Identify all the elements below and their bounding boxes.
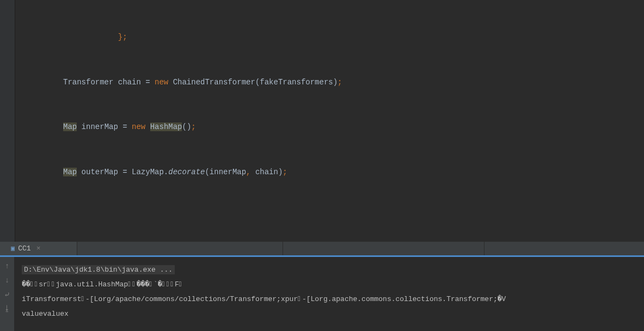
scroll-down-icon[interactable]: ↓ bbox=[2, 275, 12, 285]
code-text: chain) bbox=[251, 168, 283, 176]
class-hashmap: HashMap bbox=[150, 122, 182, 131]
code-text: Transformer chain = bbox=[63, 78, 155, 87]
run-tab-slot-2[interactable] bbox=[77, 242, 283, 255]
code-text: ChainedTransformer(fakeTransformers) bbox=[168, 78, 338, 87]
scroll-up-icon[interactable]: ↑ bbox=[2, 261, 12, 271]
semicolon: ; bbox=[338, 78, 342, 87]
code-text: () bbox=[182, 122, 191, 131]
console-toolbar: ↑ ↓ ⤶ ⭳ bbox=[0, 257, 14, 331]
code-text: (innerMap bbox=[205, 168, 246, 176]
method-decorate: decorate bbox=[168, 168, 205, 176]
console-exec-path: D:\Env\Java\jdk1.8\bin\java.exe ... bbox=[22, 265, 175, 274]
run-tab-bar: ▣ CC1 × bbox=[0, 242, 644, 257]
scroll-to-end-icon[interactable]: ⭳ bbox=[2, 304, 12, 314]
comma: , bbox=[246, 168, 250, 176]
close-icon[interactable]: × bbox=[36, 244, 41, 253]
type-map: Map bbox=[63, 168, 77, 176]
code-text: outerMap = LazyMap. bbox=[77, 168, 168, 176]
console-output[interactable]: D:\Env\Java\jdk1.8\bin\java.exe ... ��  … bbox=[14, 257, 644, 331]
semicolon: ; bbox=[283, 168, 287, 176]
run-tab-slot-3[interactable] bbox=[283, 242, 484, 255]
code-text: }; bbox=[118, 33, 127, 41]
console-line: valuevaluex bbox=[22, 310, 69, 318]
run-panel: ▣ CC1 × ↑ ↓ ⤶ ⭳ D:\Env\Java\jdk1.8\bin\j… bbox=[0, 242, 644, 331]
code-text: innerMap = bbox=[77, 122, 132, 131]
code-area[interactable]: }; Transformer chain = new ChainedTransf… bbox=[15, 0, 644, 242]
console-line: ��  sr  java.util.HashMap  ��� `�   F  bbox=[22, 280, 183, 289]
soft-wrap-icon[interactable]: ⤶ bbox=[2, 290, 12, 299]
editor-gutter bbox=[0, 0, 15, 242]
keyword-new: new bbox=[132, 122, 145, 131]
console-body: ↑ ↓ ⤶ ⭳ D:\Env\Java\jdk1.8\bin\java.exe … bbox=[0, 257, 644, 331]
run-tab-label: CC1 bbox=[18, 244, 30, 253]
type-map: Map bbox=[63, 122, 77, 131]
editor-area: }; Transformer chain = new ChainedTransf… bbox=[0, 0, 644, 242]
console-line: iTransformerst -[Lorg/apache/commons/col… bbox=[22, 295, 506, 303]
run-config-icon: ▣ bbox=[11, 244, 15, 253]
run-tab-cc1[interactable]: ▣ CC1 × bbox=[0, 242, 77, 255]
semicolon: ; bbox=[191, 122, 195, 131]
keyword-new: new bbox=[155, 78, 168, 87]
code-text bbox=[63, 33, 118, 41]
